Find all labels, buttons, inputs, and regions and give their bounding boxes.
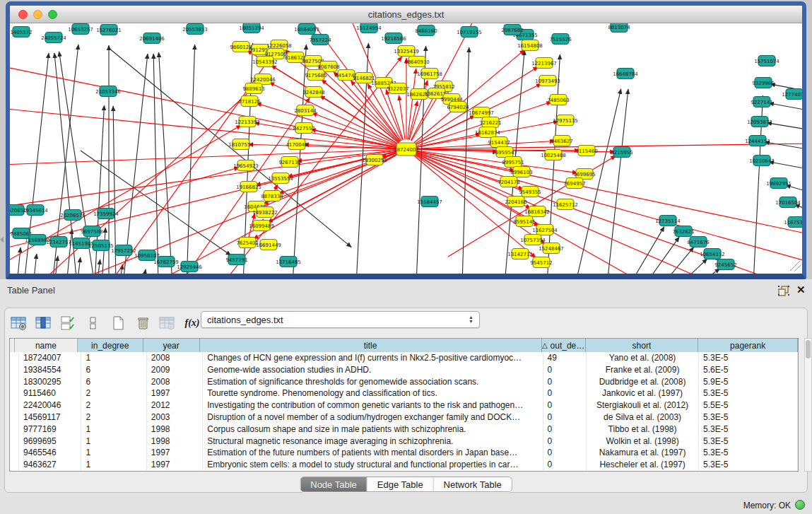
graph-node[interactable]: 9322037 [387,83,408,94]
minimize-window-button[interactable] [33,10,42,19]
graph-node[interactable]: 15124954 [356,23,382,33]
graph-node[interactable]: 20553813 [182,24,208,35]
graph-node[interactable]: 10719155 [457,27,482,37]
graph-node[interactable]: 8878334 [261,191,283,201]
panel-collapse-handle[interactable] [0,237,4,243]
graph-node[interactable]: 15276021 [96,25,122,35]
graph-node[interactable]: 18051294 [239,23,264,33]
graph-node[interactable]: 3216221 [479,117,501,128]
graph-node[interactable]: 13325419 [394,46,419,57]
graph-node[interactable]: 10654112 [700,249,725,259]
show-columns-icon[interactable] [33,313,55,333]
graph-node[interactable]: 10210643 [749,156,775,166]
row-options-icon[interactable] [82,313,105,333]
graph-node[interactable]: 9115460 [575,146,597,156]
table-selector-dropdown[interactable]: citations_edges.txt ▲▼ [201,311,480,328]
graph-node[interactable]: 9697588 [81,226,102,237]
graph-node[interactable]: 8595145 [513,216,535,227]
float-window-icon[interactable] [777,285,790,296]
table-row[interactable]: 911546021997Tourette syndrome. Phenomeno… [10,387,798,399]
graph-node[interactable]: 11627504 [532,225,558,235]
tab-edge-table[interactable]: Edge Table [367,477,434,491]
graph-node[interactable]: 10973493 [535,76,560,86]
graph-node[interactable]: 2087682 [501,25,523,35]
column-header-in_degree[interactable]: in_degree [78,339,143,352]
close-window-button[interactable] [18,10,28,19]
column-header-out_degree[interactable]: △out_de… [542,339,586,352]
table-row[interactable]: 1872400712008Changes of HCN gene express… [10,352,798,364]
table-row[interactable]: 969969511998Structural magnetic resonanc… [10,436,798,448]
table-settings-icon[interactable] [8,313,30,333]
graph-node[interactable]: 16691449 [256,240,281,250]
graph-node[interactable]: 19345614 [23,205,48,216]
graph-node[interactable]: 9227141 [751,97,772,107]
table-row[interactable]: 2242004622012Investigating the contribut… [10,399,798,411]
graph-node[interactable]: 15184457 [417,197,442,207]
graph-node[interactable]: 16816342 [524,206,550,217]
graph-node[interactable]: 11675335 [784,217,802,228]
close-panel-icon[interactable]: ✕ [796,284,806,296]
column-header-year[interactable]: year [143,339,200,352]
column-header-name[interactable]: name [15,339,78,352]
graph-node[interactable]: 19654923 [233,160,259,171]
graph-node[interactable]: 16564093 [294,24,319,35]
graph-node[interactable]: 9457791 [225,255,247,265]
graph-node[interactable]: 12774033 [782,89,802,100]
graph-node[interactable]: 9889613 [242,83,264,94]
graph-node[interactable]: 9545712 [530,257,552,268]
graph-node[interactable]: 8995751 [502,157,524,168]
tab-node-table[interactable]: Node Table [300,477,367,491]
table-row[interactable]: 977716911998Corpus callosum shape and si… [10,424,798,436]
graph-node[interactable]: 8466160 [415,25,437,36]
graph-node[interactable]: 16154808 [517,40,543,51]
graph-node[interactable]: 18724007 [394,143,419,156]
clear-table-icon[interactable]: x [156,313,179,333]
graph-node[interactable]: 9267130 [278,157,300,168]
column-header-gutter[interactable] [10,339,15,352]
graph-node[interactable]: 7515526 [549,34,572,45]
graph-node[interactable]: 9154437 [488,137,510,148]
graph-node[interactable]: 9329966 [752,78,775,88]
graph-node[interactable]: 9549355 [519,187,541,197]
column-header-title[interactable]: title [200,339,542,352]
graph-node[interactable]: 4170046 [286,139,308,150]
select-columns-icon[interactable]: ✓✓ [57,313,80,333]
graph-node[interactable]: 11625712 [553,199,578,210]
table-row[interactable]: 1830029562008Estimation of significance … [10,376,798,388]
graph-node[interactable]: 8471676 [687,237,710,247]
graph-node[interactable]: 2718126 [238,96,261,107]
tab-network-table[interactable]: Network Table [434,477,512,491]
graph-node[interactable]: 7625402 [236,238,258,248]
graph-node[interactable]: 20691406 [139,33,165,44]
graph-node[interactable]: 7957224 [309,35,331,45]
graph-node[interactable]: 6794024 [447,102,469,112]
graph-node[interactable]: 8813074 [608,23,630,33]
graph-node[interactable]: 16648784 [613,69,638,79]
table-row[interactable]: 946554611997Estimation of the future num… [10,447,798,459]
table-scrollbar[interactable] [804,338,812,472]
delete-column-icon[interactable] [131,313,154,333]
graph-node[interactable]: 13716485 [276,257,301,267]
graph-node[interactable]: 9245652 [714,259,736,270]
graph-node[interactable]: 15751074 [754,56,779,66]
graph-node[interactable]: 7485063 [547,95,569,105]
graph-node[interactable]: 18107554 [228,139,254,150]
scrollbar-thumb[interactable] [806,340,811,358]
resize-grip-icon[interactable] [790,261,801,271]
graph-node[interactable]: 12093872 [747,117,772,127]
graph-node[interactable]: 7632621 [672,226,694,237]
graph-node[interactable]: 20206576 [60,210,86,221]
graph-node[interactable]: 7204178 [498,177,519,187]
new-column-icon[interactable] [107,313,129,333]
graph-node[interactable]: 8996103 [510,167,532,177]
graph-node[interactable]: 8215955 [611,147,632,158]
graph-node[interactable]: 12925446 [177,262,202,272]
table-row[interactable]: 1456911722003Disruption of a novel membe… [10,411,798,424]
column-header-short[interactable]: short [586,339,699,352]
zoom-window-button[interactable] [48,10,57,19]
graph-node[interactable]: 17957252 [111,245,136,256]
graph-node[interactable]: 7694957 [563,178,585,189]
graph-node[interactable]: 13142712 [507,249,533,259]
graph-node[interactable]: 1405572 [10,27,32,37]
graph-node[interactable]: 9242848 [302,87,324,98]
